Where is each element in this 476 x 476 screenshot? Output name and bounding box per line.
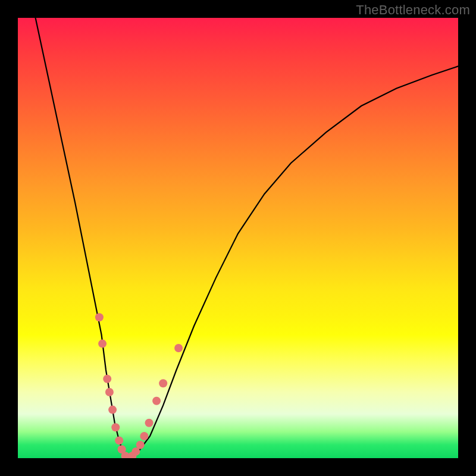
marker-dot <box>103 375 111 383</box>
chart-frame: TheBottleneck.com <box>0 0 476 476</box>
marker-dot <box>159 379 167 387</box>
marker-dot <box>145 419 154 427</box>
watermark-text: TheBottleneck.com <box>356 2 470 18</box>
plot-area <box>18 18 458 458</box>
marker-dot <box>108 406 117 414</box>
marker-dot <box>140 432 148 440</box>
curve-layer <box>18 18 458 458</box>
marker-dot <box>111 423 120 431</box>
marker-dot <box>174 344 183 352</box>
marker-dot <box>98 340 107 348</box>
marker-dot <box>152 397 161 405</box>
marker-dot <box>105 388 114 396</box>
marker-dot <box>95 313 104 321</box>
marker-dot <box>115 436 123 444</box>
bottleneck-curve <box>36 18 458 458</box>
marker-dot <box>136 441 145 449</box>
